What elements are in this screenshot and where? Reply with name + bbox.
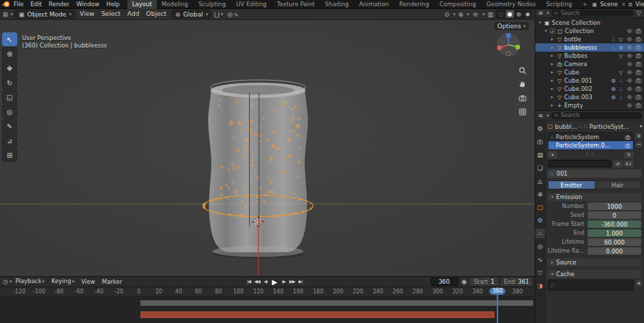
outliner-row-scene-collection[interactable]: ▾▣Scene Collection <box>535 19 644 27</box>
current-frame-field[interactable]: 360 <box>431 278 458 286</box>
shading-rendered-icon[interactable]: ◉ <box>524 10 532 18</box>
particle-settings-datablock[interactable]: ∴ 001 <box>548 169 641 178</box>
ruler-tick-40[interactable]: 40 <box>175 289 182 295</box>
ruler-tick-220[interactable]: 220 <box>353 289 363 295</box>
tool-move[interactable]: ✥ <box>2 61 17 75</box>
timeline-menu-playback[interactable]: Playback▾ <box>12 277 47 286</box>
property-value-field[interactable]: 60.000 <box>588 238 641 246</box>
properties-tab-render[interactable] <box>535 137 545 147</box>
outliner-row-camera[interactable]: ▸Camera <box>535 60 644 68</box>
eye-icon[interactable] <box>625 102 633 109</box>
snapping-controls[interactable]: ⋃▾ <box>213 11 224 18</box>
ruler-tick-100[interactable]: 100 <box>233 289 244 295</box>
filter-icon[interactable]: ▽ <box>636 10 642 17</box>
disclosure-icon[interactable]: ▸ <box>550 94 555 100</box>
viewport-menu-add[interactable]: Add <box>124 10 142 19</box>
camera-icon[interactable] <box>634 44 642 51</box>
ruler-tick-20[interactable]: 20 <box>155 289 162 295</box>
ruler-tick-320[interactable]: 320 <box>452 289 462 295</box>
camera-icon[interactable] <box>634 52 642 59</box>
camera-icon[interactable] <box>634 102 642 109</box>
workspace-tab-scripting[interactable]: Scripting <box>541 0 578 9</box>
tool-measure[interactable]: ⊿ <box>2 134 17 147</box>
particle-system-row-particlesystem[interactable]: ∴ParticleSystem <box>548 133 633 141</box>
shading-material-icon[interactable]: ◍ <box>515 10 523 18</box>
timeline-menu-view[interactable]: View <box>78 278 98 286</box>
tool-add-cube[interactable]: ⊞ <box>2 148 17 162</box>
eye-icon[interactable] <box>625 85 633 92</box>
camera-icon[interactable] <box>634 77 642 84</box>
next-frame-button[interactable]: ▶ <box>280 278 288 286</box>
properties-tab-scene[interactable]: ◬ <box>535 176 545 186</box>
prev-keyframe-button[interactable]: ◀◀ <box>253 278 261 286</box>
tool-annotate[interactable]: ✎ <box>2 119 17 133</box>
frame-start-field[interactable]: Start 1 <box>470 278 497 286</box>
outliner-row-collection[interactable]: ▾✓▢Collection <box>535 27 644 35</box>
overlays-icon[interactable] <box>471 10 480 18</box>
menu-help[interactable]: Help <box>103 0 122 9</box>
breadcrumb-data[interactable]: ParticleSyst... <box>590 123 630 130</box>
properties-editor-type-icon[interactable]: ≡ <box>537 112 544 119</box>
cache-list[interactable]: ∴ <box>548 280 634 291</box>
disclosure-icon[interactable]: ▸ <box>550 103 555 108</box>
camera-icon[interactable] <box>634 36 642 43</box>
ruler-tick-200[interactable]: 200 <box>333 289 343 295</box>
breadcrumb-object[interactable]: bubbl... <box>555 123 577 130</box>
view-layer-icon[interactable]: ≣ <box>628 1 633 8</box>
ruler-tick-140[interactable]: 140 <box>273 289 283 295</box>
timeline-tracks[interactable] <box>0 297 535 323</box>
property-value-field[interactable]: 0.000 <box>588 247 641 255</box>
ruler-tick-300[interactable]: 300 <box>433 289 443 295</box>
eye-icon[interactable] <box>625 69 633 76</box>
pin-icon[interactable]: ⌖ <box>639 123 643 130</box>
camera-icon[interactable] <box>634 28 642 34</box>
properties-tab-object[interactable]: ▢ <box>535 202 545 212</box>
property-value-field[interactable]: 1000 <box>588 202 641 210</box>
ruler-tick-120[interactable]: 120 <box>253 289 264 295</box>
outliner-row-cube-003[interactable]: ▸▽Cube.003⚙∴ <box>535 93 644 101</box>
mode-dropdown[interactable]: ▣ Object Mode ▾ <box>14 10 75 19</box>
timeline-menu-keying[interactable]: Keying▾ <box>48 277 78 286</box>
ruler-tick-0[interactable]: 0 <box>137 289 140 295</box>
menu-window[interactable]: Window <box>73 0 103 9</box>
add-cache-button[interactable]: + <box>635 280 643 287</box>
options-dropdown[interactable]: Options ▾ <box>494 22 529 30</box>
disclosure-icon[interactable]: ▸ <box>550 53 555 59</box>
jump-to-end-button[interactable]: ▶| <box>297 278 304 286</box>
eye-icon[interactable] <box>625 36 633 43</box>
remove-particle-system-button[interactable]: − <box>635 140 643 148</box>
pan-hand-icon[interactable] <box>517 79 527 89</box>
ruler-tick--20[interactable]: -20 <box>114 289 123 295</box>
specials-dropdown[interactable]: ▾ <box>548 152 557 158</box>
zoom-icon[interactable] <box>517 65 527 75</box>
camera-icon[interactable] <box>625 142 631 149</box>
properties-tab-constraints[interactable]: ∿ <box>535 255 545 264</box>
camera-icon[interactable] <box>634 85 642 92</box>
menu-file[interactable]: File <box>10 0 27 9</box>
navigation-gizmo[interactable] <box>495 31 522 59</box>
eye-icon[interactable] <box>625 28 633 34</box>
workspace-tab-shading[interactable]: Shading <box>320 0 354 9</box>
disclosure-icon[interactable]: ▸ <box>550 61 555 67</box>
workspace-tab-compositing[interactable]: Compositing <box>435 0 482 9</box>
viewport-menu-view[interactable]: View <box>76 10 98 19</box>
properties-tab-material[interactable]: ◑ <box>535 281 545 291</box>
browse-scene-icon[interactable]: ▣ <box>592 1 598 8</box>
ruler-tick--40[interactable]: -40 <box>94 289 103 295</box>
play-button[interactable]: ▶ <box>270 278 279 286</box>
transform-orientation-dropdown[interactable]: ⊕ Global ▾ <box>171 10 212 19</box>
eye-icon[interactable] <box>625 94 633 101</box>
eye-icon[interactable] <box>625 61 633 67</box>
disclosure-icon[interactable]: ▸ <box>550 45 555 50</box>
workspace-tab-modeling[interactable]: Modeling <box>157 0 194 9</box>
outliner-editor-type-icon[interactable]: ≡ <box>537 10 544 17</box>
disclosure-icon[interactable]: ▾ <box>537 20 542 25</box>
emitter-button[interactable]: Emitter <box>548 181 594 189</box>
auto-keying-icon[interactable]: ◉ <box>461 278 468 285</box>
properties-tab-world[interactable]: ⊕ <box>535 189 545 199</box>
unlink-scene-icon[interactable]: × <box>621 1 627 8</box>
particle-system-row-particlesystem-0[interactable]: ∴ParticleSystem.0... <box>548 141 633 149</box>
frame-end-field[interactable]: End 361 <box>501 278 533 286</box>
ruler-tick-160[interactable]: 160 <box>293 289 303 295</box>
swap-icon[interactable]: ⇄ <box>613 160 623 167</box>
